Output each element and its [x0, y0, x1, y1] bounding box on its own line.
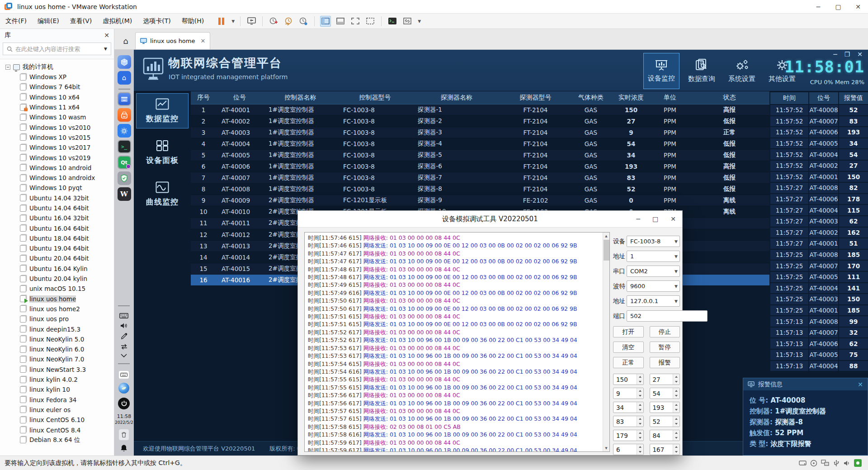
data-query-button[interactable]: 数据查询	[684, 53, 720, 89]
spinner-arrows[interactable]	[637, 430, 643, 441]
table-row[interactable]: 5AT-400051#调度室控制器FC-1003-8探测器-5FT-2104GA…	[191, 149, 769, 161]
table-row[interactable]: 8AT-400081#调度室控制器FC-1003-8探测器-8FT-2104GA…	[191, 184, 769, 195]
vmware-tools-icon[interactable]	[854, 459, 862, 467]
snapshot-manager-icon[interactable]	[298, 16, 309, 27]
vm-list-item[interactable]: linux NeoKylin 7.0	[0, 354, 114, 364]
vm-list-item[interactable]: Windows 11 x64	[0, 102, 114, 112]
vm-list-item[interactable]: Windows 10 vs2017	[0, 142, 114, 152]
vm-list-item[interactable]: linux uos pro	[0, 314, 114, 324]
vm-list-item[interactable]: linux Fedora 34	[0, 395, 114, 405]
number-spinner[interactable]: 83	[613, 416, 644, 427]
nav-device-panel[interactable]: 设备面板	[136, 135, 189, 170]
vm-list-item[interactable]: Debian 8.x 64 位	[0, 435, 114, 445]
number-spinner[interactable]: 54	[650, 388, 680, 399]
console-icon[interactable]	[387, 16, 398, 27]
number-spinner[interactable]: 34	[613, 402, 644, 413]
menu-help[interactable]: 帮助(H)	[176, 14, 209, 28]
spinner-arrows[interactable]	[673, 388, 679, 399]
spin-up-icon[interactable]	[673, 430, 679, 436]
alarm-row[interactable]: 11:57:13AT-4000732	[770, 327, 868, 338]
number-spinner[interactable]: 6	[613, 444, 644, 455]
vm-list-item[interactable]: Windows 10 vs2010	[0, 122, 114, 132]
speaker-icon[interactable]	[120, 323, 127, 329]
dialog-close-button[interactable]: ✕	[670, 215, 676, 223]
spinner-arrows[interactable]	[673, 444, 679, 455]
vm-list-item[interactable]: linux CentOS 6.10	[0, 415, 114, 425]
menu-edit[interactable]: 编辑(E)	[32, 14, 65, 28]
vm-list-item[interactable]: linux CentOS 8.4	[0, 425, 114, 435]
number-spinner[interactable]: 167	[650, 444, 680, 455]
alarm-row[interactable]: 11:57:25AT-40007170	[770, 260, 868, 271]
dock-clock[interactable]: 11:58 2022/5/2	[115, 413, 133, 425]
hard-disk-icon[interactable]	[799, 460, 807, 466]
alarm-row[interactable]: 11:57:27AT-4000882	[770, 182, 868, 194]
vm-list-item[interactable]: Windows 10 vs2019	[0, 152, 114, 162]
system-settings-button[interactable]: 系统设置	[724, 53, 760, 89]
alarm-row[interactable]: 11:57:13AT-4000575	[770, 349, 868, 361]
app-maximize-button[interactable]: ❐	[844, 51, 850, 58]
spin-up-icon[interactable]	[673, 402, 679, 408]
spin-up-icon[interactable]	[673, 388, 679, 394]
spin-down-icon[interactable]	[637, 394, 643, 399]
alarm-row[interactable]: 11:57:52AT-4000534	[770, 138, 868, 149]
spin-down-icon[interactable]	[673, 380, 679, 385]
spin-up-icon[interactable]	[637, 444, 643, 450]
send-ctrl-alt-del-icon[interactable]	[246, 16, 257, 27]
port-input[interactable]	[627, 310, 708, 322]
close-button[interactable]: ✕	[848, 0, 868, 13]
spin-down-icon[interactable]	[673, 436, 679, 441]
onboard-keyboard-icon[interactable]	[119, 371, 129, 379]
spinner-arrows[interactable]	[673, 416, 679, 427]
vm-list-item[interactable]: Ubuntu 14.04 32bit	[0, 193, 114, 203]
switch-arrows-icon[interactable]	[120, 344, 128, 350]
baud-select[interactable]: 9600▼	[627, 280, 680, 292]
spinner-arrows[interactable]	[637, 402, 643, 413]
alarm-row[interactable]: 11:57:25AT-40004141	[770, 283, 868, 294]
alarm-row[interactable]: 11:57:52AT-4000454	[770, 149, 868, 160]
collapse-icon[interactable]	[5, 65, 10, 70]
menu-tabs[interactable]: 选项卡(T)	[137, 14, 176, 28]
scroll-thumb[interactable]	[604, 240, 609, 261]
spin-up-icon[interactable]	[637, 416, 643, 422]
spinner-arrows[interactable]	[637, 444, 643, 455]
home-icon[interactable]: ⌂	[118, 71, 131, 85]
app-minimize-button[interactable]: ─	[833, 51, 837, 58]
vm-list-item[interactable]: Windows 10 pyqt	[0, 183, 114, 193]
keyboard-icon[interactable]	[119, 313, 128, 318]
dialog-titlebar[interactable]: 设备模拟调试工具 V20220501 ─ □ ✕	[298, 211, 682, 228]
trash-icon[interactable]	[119, 429, 129, 440]
vm-list-item[interactable]: Windows XP	[0, 72, 114, 82]
ip-select[interactable]: 127.0.0.1▼	[627, 295, 680, 307]
table-row[interactable]: 2AT-400021#调度室控制器FC-1003-8探测器-2FT-2104GA…	[191, 115, 769, 127]
alarm-button[interactable]: 报警	[650, 357, 680, 368]
vm-list-item[interactable]: linux uos home	[0, 294, 114, 304]
alarm-row[interactable]: 11:57:25AT-40008185	[770, 249, 868, 261]
spinner-arrows[interactable]	[673, 402, 679, 413]
vm-list-item[interactable]: linux kylin 10	[0, 385, 114, 394]
chevron-down-icon[interactable]	[121, 354, 127, 357]
browser-orb-icon[interactable]	[118, 383, 129, 394]
spin-down-icon[interactable]	[673, 422, 679, 427]
number-spinner[interactable]: 9	[613, 388, 644, 399]
vm-list-item[interactable]: linux kylin 4.0.2	[0, 375, 114, 385]
usb-icon[interactable]	[833, 460, 840, 467]
number-spinner[interactable]: 179	[613, 430, 644, 441]
spin-up-icon[interactable]	[673, 374, 679, 380]
vm-list-item[interactable]: Ubuntu 16.04 Kylin	[0, 264, 114, 274]
number-spinner[interactable]: 193	[650, 402, 680, 413]
qt-creator-icon[interactable]: Qt	[118, 156, 131, 169]
number-spinner[interactable]: 150	[613, 374, 644, 385]
snapshot-take-icon[interactable]	[268, 16, 279, 27]
stop-button[interactable]: 停止	[650, 326, 680, 337]
vm-list-item[interactable]: linux NeoKylin 5.0	[0, 334, 114, 344]
fullscreen-icon[interactable]	[350, 16, 361, 27]
alarm-row[interactable]: 11:57:25AT-40001185	[770, 305, 868, 316]
home-tab[interactable]: ⌂	[117, 32, 134, 49]
spinner-arrows[interactable]	[637, 388, 643, 399]
snapshot-revert-icon[interactable]	[283, 16, 294, 27]
spin-down-icon[interactable]	[673, 394, 679, 399]
alarm-row[interactable]: 11:57:27AT-40002162	[770, 227, 868, 238]
vm-list-item[interactable]: Ubuntu 19.04 64bit	[0, 243, 114, 253]
normal-button[interactable]: 正常	[613, 357, 644, 368]
library-close-icon[interactable]: ✕	[104, 32, 109, 39]
